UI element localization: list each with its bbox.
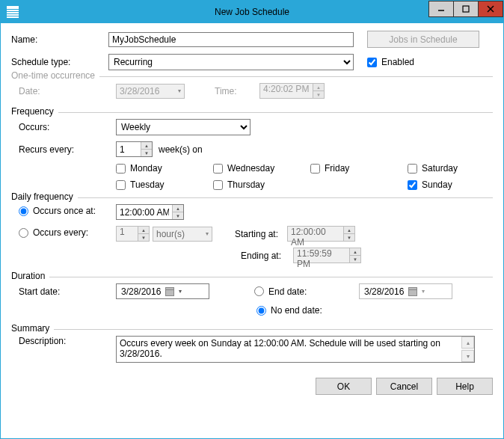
ending-at-field: 11:59:59 PM ▲▼ [293, 248, 361, 263]
spin-down-icon: ▼ [313, 90, 324, 98]
day-monday[interactable]: Monday [116, 163, 213, 174]
day-sunday[interactable]: Sunday [408, 179, 504, 190]
weeks-on-label: week(s) on [159, 144, 203, 155]
spin-down-icon: ▼ [350, 255, 360, 263]
description-box: Occurs every week on Sunday at 12:00:00 … [116, 336, 475, 363]
recurs-every-input[interactable] [117, 142, 141, 156]
description-label: Description: [11, 336, 116, 346]
occurs-once-time-input[interactable] [117, 205, 172, 219]
description-text: Occurs every week on Sunday at 12:00:00 … [117, 337, 461, 362]
spin-down-icon[interactable]: ▼ [173, 212, 183, 219]
duration-group: Duration Start date: 3/28/2016 ▾ End dat… [11, 277, 493, 323]
enabled-checkbox-input[interactable] [367, 58, 377, 67]
start-date-label: Start date: [11, 286, 116, 297]
window-buttons [429, 1, 503, 23]
jobs-in-schedule-button: Jobs in Schedule [367, 31, 479, 48]
daily-frequency-group: Daily frequency Occurs once at: ▲▼ [11, 197, 493, 271]
spin-up-icon[interactable]: ▲ [173, 205, 183, 212]
day-tuesday[interactable]: Tuesday [116, 179, 213, 190]
starting-at-field: 12:00:00 AM ▲▼ [287, 226, 355, 242]
enabled-checkbox[interactable]: Enabled [367, 57, 414, 67]
chevron-down-icon: ▾ [206, 230, 209, 237]
spin-up-icon: ▲ [350, 248, 360, 255]
summary-group: Summary Description: Occurs every week o… [11, 329, 493, 370]
onetime-date-label: Date: [11, 86, 116, 96]
frequency-legend: Frequency [11, 106, 58, 117]
occurs-every-radio[interactable]: Occurs every: [19, 227, 88, 238]
spin-down-icon: ▼ [138, 233, 149, 241]
end-date-radio[interactable]: End date: [254, 286, 336, 297]
frequency-group: Frequency Occurs: Weekly Recurs every: ▲… [11, 112, 493, 191]
chevron-down-icon: ▾ [422, 288, 425, 295]
spin-up-icon[interactable]: ▲ [141, 142, 152, 149]
onetime-time-label: Time: [215, 86, 259, 96]
starting-at-label: Starting at: [235, 229, 287, 239]
name-label: Name: [11, 34, 108, 45]
cancel-button[interactable]: Cancel [376, 378, 432, 395]
no-end-date-radio[interactable]: No end date: [256, 305, 322, 316]
spin-up-icon: ▲ [344, 227, 354, 233]
one-time-legend: One-time occurrence [11, 70, 99, 81]
content: Name: Jobs in Schedule Schedule type: Re… [1, 23, 503, 438]
scroll-down-icon[interactable]: ▾ [461, 350, 474, 362]
schedule-type-label: Schedule type: [11, 57, 108, 67]
summary-legend: Summary [11, 323, 54, 334]
start-date-field[interactable]: 3/28/2016 ▾ [116, 283, 209, 299]
end-date-field: 3/28/2016 ▾ [359, 283, 452, 299]
onetime-date-field: 3/28/2016 ▾ [116, 84, 185, 99]
scroll-up-icon[interactable]: ▴ [461, 337, 474, 349]
occurs-label: Occurs: [11, 122, 116, 132]
titlebar: New Job Schedule [1, 1, 503, 23]
daily-legend: Daily frequency [11, 191, 78, 202]
window: New Job Schedule Name: Jobs in Schedule … [0, 0, 504, 439]
occurs-every-spinner: 1 ▲▼ [116, 226, 150, 242]
occurs-once-time[interactable]: ▲▼ [116, 204, 184, 220]
occurs-once-radio[interactable]: Occurs once at: [19, 206, 96, 216]
duration-legend: Duration [11, 271, 49, 281]
onetime-time-field: 4:20:02 PM ▲▼ [259, 83, 325, 99]
day-wednesday[interactable]: Wednesday [213, 163, 310, 174]
app-icon [7, 6, 19, 18]
spin-up-icon: ▲ [313, 84, 324, 90]
spin-down-icon: ▼ [344, 233, 354, 241]
chevron-down-icon: ▾ [178, 88, 181, 94]
days-grid: Monday Wednesday Friday Saturday Tuesday… [116, 163, 493, 190]
schedule-type-select[interactable]: Recurring [108, 54, 354, 70]
help-button[interactable]: Help [437, 378, 493, 395]
occurs-every-unit: hour(s)▾ [153, 227, 212, 242]
dialog-buttons: OK Cancel Help [11, 378, 493, 395]
one-time-group: One-time occurrence Date: 3/28/2016 ▾ Ti… [11, 76, 493, 106]
name-input[interactable] [108, 32, 354, 47]
spin-up-icon: ▲ [138, 227, 149, 233]
calendar-icon [165, 287, 174, 296]
day-friday[interactable]: Friday [310, 163, 408, 174]
chevron-down-icon: ▾ [179, 288, 182, 295]
spin-down-icon[interactable]: ▼ [141, 149, 152, 156]
calendar-icon [408, 287, 417, 296]
minimize-button[interactable] [428, 1, 454, 17]
svg-rect-1 [463, 6, 469, 12]
recurs-every-label: Recurs every: [11, 144, 116, 155]
recurs-every-spinner[interactable]: ▲▼ [116, 141, 153, 157]
day-thursday[interactable]: Thursday [213, 179, 310, 190]
occurs-select[interactable]: Weekly [116, 119, 251, 135]
ending-at-label: Ending at: [241, 251, 293, 261]
close-button[interactable] [478, 1, 503, 17]
enabled-label: Enabled [381, 57, 414, 67]
day-saturday[interactable]: Saturday [408, 163, 504, 174]
ok-button[interactable]: OK [316, 378, 372, 395]
maximize-button[interactable] [453, 1, 479, 17]
description-scrollbar[interactable]: ▴ ▾ [461, 337, 474, 362]
